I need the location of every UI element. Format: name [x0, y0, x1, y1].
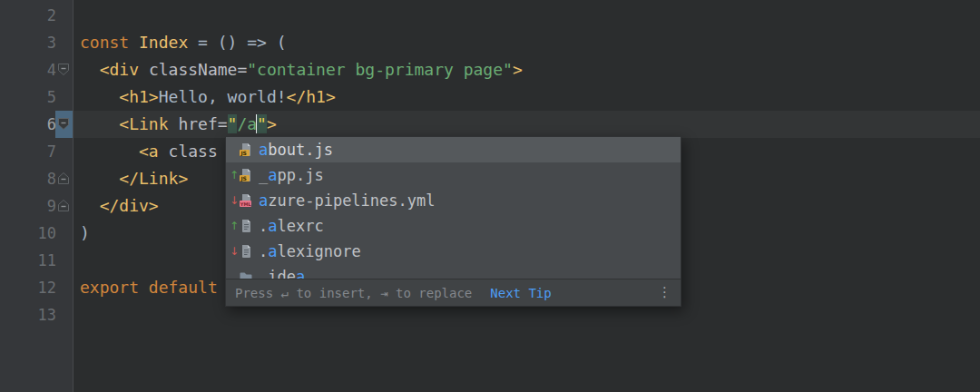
completion-hint-text: Press ↵ to insert, ⇥ to replace	[235, 286, 472, 300]
completion-item-label: about.js	[259, 141, 333, 159]
code-token	[80, 87, 119, 106]
completion-item[interactable]: ↓.alexignore	[226, 239, 681, 264]
completion-item[interactable]: .idea	[226, 264, 681, 279]
more-options-icon[interactable]: ⋮	[658, 286, 671, 299]
line-number: 9	[0, 192, 56, 220]
line-number: 2	[0, 2, 56, 29]
next-tip-link[interactable]: Next Tip	[490, 286, 551, 300]
line-number: 8	[0, 165, 56, 192]
text-file-icon	[239, 219, 253, 233]
code-token: const	[80, 33, 129, 52]
code-token	[80, 60, 100, 79]
code-token: "	[257, 114, 267, 133]
fold-marker-icon[interactable]	[57, 172, 70, 185]
line-number: 10	[0, 220, 56, 247]
svg-text:JS: JS	[240, 150, 247, 157]
code-token: </Link>	[119, 169, 188, 188]
completion-footer: Press ↵ to insert, ⇥ to replace Next Tip…	[226, 279, 681, 306]
line-number: 3	[0, 29, 56, 56]
code-token: <h1>	[119, 87, 158, 106]
js-file-icon: JS	[239, 142, 253, 157]
code-token: <div	[100, 60, 139, 79]
code-token: export default	[80, 278, 218, 297]
svg-text:JS: JS	[240, 175, 247, 182]
completion-item[interactable]: JSabout.js	[226, 137, 681, 162]
folder-icon	[239, 270, 253, 279]
code-line[interactable]: <h1>Hello, world!</h1>	[74, 83, 980, 111]
fold-marker-icon[interactable]	[57, 117, 70, 131]
code-token	[80, 114, 119, 133]
code-token: "container bg-primary page"	[247, 60, 513, 79]
line-number: 11	[0, 247, 56, 274]
code-token: class	[169, 142, 218, 161]
code-token: Hello, world!	[159, 87, 287, 106]
line-number: 6	[0, 111, 56, 138]
completion-item-label: .alexrc	[259, 217, 324, 235]
code-editor: 2345678910111213 const Index = () => ( <…	[0, 0, 980, 392]
completion-item[interactable]: ↑JS_app.js	[226, 162, 681, 188]
code-token: </h1>	[287, 87, 336, 106]
completion-item-label: .idea	[259, 268, 305, 279]
relevance-up-arrow-icon: ↑	[230, 162, 239, 188]
code-token	[80, 142, 139, 161]
completion-item-label: azure-pipelines.yml	[259, 191, 435, 210]
code-token: )	[80, 223, 90, 242]
line-number: 13	[0, 301, 56, 328]
relevance-down-arrow-icon: ↓	[230, 239, 239, 264]
code-token: Index	[139, 33, 188, 52]
code-token	[80, 196, 100, 215]
completion-item[interactable]: ↓YMLazure-pipelines.yml	[226, 188, 681, 213]
code-token: = () => (	[188, 33, 286, 52]
code-token: >	[513, 60, 523, 79]
code-line[interactable]: const Index = () => (	[74, 29, 980, 56]
completion-list: JSabout.js↑JS_app.js↓YMLazure-pipelines.…	[226, 137, 681, 279]
code-token	[159, 142, 169, 161]
yml-file-icon: YML	[239, 193, 253, 208]
code-token	[129, 33, 139, 52]
code-token: /a	[237, 114, 257, 133]
completion-item-label: _app.js	[259, 166, 324, 184]
completion-popup: JSabout.js↑JS_app.js↓YMLazure-pipelines.…	[225, 136, 681, 307]
line-number: 5	[0, 83, 56, 111]
code-token: <a	[139, 142, 159, 161]
text-file-icon	[239, 244, 253, 259]
relevance-down-arrow-icon: ↓	[230, 188, 239, 213]
code-token: >	[267, 114, 277, 133]
code-token	[169, 114, 179, 133]
editor-gutter: 2345678910111213	[0, 0, 74, 392]
code-token: "	[228, 114, 238, 133]
line-number: 7	[0, 138, 56, 165]
code-token: </div>	[100, 196, 159, 215]
relevance-up-arrow-icon: ↑	[230, 213, 239, 239]
code-token: className=	[149, 60, 247, 79]
code-token	[139, 60, 149, 79]
completion-item-label: .alexignore	[259, 242, 361, 260]
line-number: 12	[0, 274, 56, 301]
fold-marker-icon[interactable]	[57, 199, 70, 212]
line-number: 4	[0, 56, 56, 83]
fold-marker-icon[interactable]	[57, 63, 70, 76]
code-token: <Link	[119, 114, 168, 133]
js-file-icon: JS	[239, 168, 253, 182]
code-token: href=	[178, 114, 227, 133]
completion-item[interactable]: ↑.alexrc	[226, 213, 681, 239]
svg-text:YML: YML	[240, 201, 252, 207]
code-token	[80, 169, 119, 188]
code-line[interactable]: <Link href="/a">	[74, 111, 980, 138]
code-line[interactable]: <div className="container bg-primary pag…	[74, 56, 980, 83]
